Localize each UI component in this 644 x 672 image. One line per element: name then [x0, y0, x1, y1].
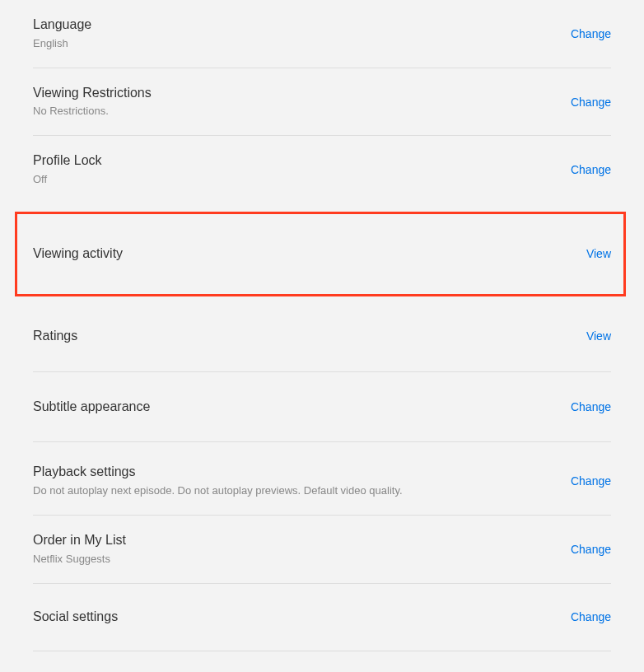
setting-content: Playback settings Do not autoplay next e… — [33, 464, 403, 498]
setting-content: Order in My List Netflix Suggests — [33, 532, 126, 567]
setting-title: Ratings — [33, 328, 77, 345]
setting-row-viewing-activity: Viewing activity View — [15, 212, 626, 296]
setting-content: Social settings — [33, 609, 118, 626]
setting-row-playback-settings: Playback settings Do not autoplay next e… — [33, 442, 611, 516]
change-link[interactable]: Change — [571, 163, 611, 176]
change-link[interactable]: Change — [571, 27, 611, 40]
setting-title: Subtitle appearance — [33, 399, 150, 416]
change-link[interactable]: Change — [571, 474, 611, 488]
setting-row-order-my-list: Order in My List Netflix Suggests Change — [33, 516, 611, 584]
setting-subtitle: Off — [33, 173, 102, 187]
setting-title: Viewing activity — [33, 245, 123, 263]
setting-row-social-settings: Social settings Change — [33, 584, 611, 651]
setting-content: Language English — [33, 16, 91, 51]
setting-row-language: Language English Change — [33, 0, 611, 68]
view-link[interactable]: View — [586, 329, 611, 343]
change-link[interactable]: Change — [571, 400, 611, 413]
setting-subtitle: Do not autoplay next episode. Do not aut… — [33, 484, 403, 498]
setting-row-viewing-restrictions: Viewing Restrictions No Restrictions. Ch… — [33, 68, 611, 137]
setting-title: Social settings — [33, 609, 118, 626]
setting-title: Viewing Restrictions — [33, 85, 152, 102]
setting-subtitle: Netflix Suggests — [33, 553, 126, 567]
setting-content: Profile Lock Off — [33, 152, 102, 187]
setting-content: Viewing Restrictions No Restrictions. — [33, 85, 152, 119]
setting-subtitle: English — [33, 37, 91, 51]
change-link[interactable]: Change — [571, 96, 611, 109]
setting-content: Subtitle appearance — [33, 399, 150, 416]
setting-content: Ratings — [33, 328, 77, 345]
change-link[interactable]: Change — [571, 543, 611, 556]
setting-subtitle: No Restrictions. — [33, 105, 152, 119]
view-link[interactable]: View — [586, 247, 611, 260]
setting-row-subtitle-appearance: Subtitle appearance Change — [33, 372, 611, 443]
setting-title: Order in My List — [33, 532, 126, 549]
setting-title: Profile Lock — [33, 152, 102, 170]
setting-row-profile-lock: Profile Lock Off Change — [33, 136, 611, 203]
change-link[interactable]: Change — [571, 610, 611, 623]
setting-title: Language — [33, 16, 91, 34]
setting-title: Playback settings — [33, 464, 403, 481]
setting-content: Viewing activity — [33, 245, 123, 263]
setting-row-ratings: Ratings View — [33, 305, 611, 372]
